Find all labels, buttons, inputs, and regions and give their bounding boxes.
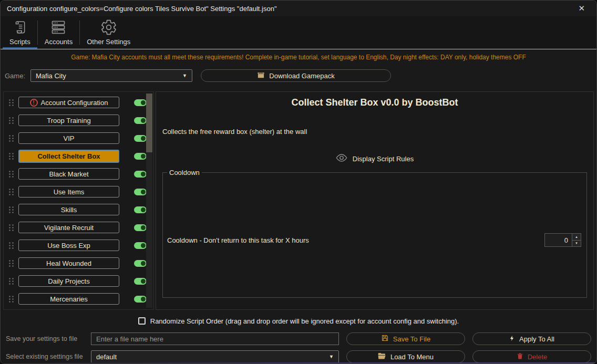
apply-to-all-button[interactable]: Apply To All [472, 332, 591, 345]
floppy-icon [381, 334, 389, 344]
script-toggle[interactable] [134, 296, 147, 303]
cooldown-label: Cooldown - Don't return to this task for… [167, 236, 309, 244]
window-title: Configuration configure_colors=Configure… [7, 5, 277, 13]
script-button[interactable]: ! Mercenaries [18, 293, 119, 305]
cooldown-row: Cooldown - Don't return to this task for… [167, 233, 581, 247]
script-label: Collect Shelter Box [37, 152, 100, 160]
script-label: Vigilante Recruit [44, 224, 94, 232]
script-button[interactable]: ! VIP [18, 132, 119, 144]
drag-handle-icon[interactable] [4, 170, 18, 178]
cooldown-hours-input[interactable] [544, 233, 572, 247]
script-label: Black Market [49, 170, 88, 178]
script-toggle[interactable] [134, 278, 147, 285]
script-button[interactable]: ! Black Market [18, 168, 119, 180]
script-toggle[interactable] [134, 206, 147, 213]
script-toggle[interactable] [134, 242, 147, 249]
scroll-icon [13, 19, 27, 36]
script-button[interactable]: ! Daily Projects [18, 275, 119, 287]
script-rows: ! Account Configuration ! Troop Training [4, 93, 153, 308]
drag-handle-icon[interactable] [4, 206, 18, 214]
drag-handle-icon[interactable] [4, 188, 18, 196]
script-row: ! VIP [4, 129, 153, 147]
randomize-row: Randomize Script Order (drag and drop or… [1, 314, 596, 328]
close-icon[interactable]: ✕ [573, 4, 590, 13]
script-description: Collects the free reward box (shelter) a… [162, 128, 587, 136]
load-row: Select existing settings file default ▼ … [6, 350, 591, 363]
game-select[interactable]: Mafia City ▼ [30, 69, 192, 82]
display-script-rules-label: Display Script Rules [353, 155, 414, 163]
randomize-label: Randomize Script Order (drag and drop or… [150, 317, 459, 325]
script-toggle[interactable] [134, 117, 147, 124]
tab-label: Accounts [45, 38, 73, 46]
load-to-menu-button[interactable]: Load To Menu [346, 350, 465, 363]
script-button[interactable]: ! Use Items [18, 186, 119, 197]
script-toggle[interactable] [134, 189, 147, 195]
script-row: ! Account Configuration [4, 93, 153, 111]
delete-label: Delete [528, 353, 548, 361]
warning-icon: ! [30, 99, 38, 107]
file-name-input[interactable] [91, 332, 339, 345]
script-button[interactable]: ! Troop Training [18, 115, 119, 126]
script-label: VIP [64, 134, 75, 142]
script-button[interactable]: ! Vigilante Recruit [18, 222, 119, 233]
save-settings-label: Save your settings to file [6, 335, 84, 342]
script-row: ! Use Items [4, 183, 153, 201]
settings-file-select[interactable]: default ▼ [91, 350, 339, 363]
script-row: ! Mercenaries [4, 290, 153, 308]
spin-down-button[interactable]: ▼ [572, 240, 581, 247]
script-button[interactable]: ! Account Configuration [18, 97, 119, 108]
drag-handle-icon[interactable] [4, 259, 18, 267]
script-button[interactable]: ! Collect Shelter Box [18, 150, 119, 163]
script-toggle[interactable] [134, 135, 147, 142]
save-to-file-button[interactable]: Save To File [346, 332, 465, 345]
display-script-rules-button[interactable]: Display Script Rules [162, 153, 587, 164]
script-toggle[interactable] [134, 99, 147, 106]
script-detail-panel: Collect Shelter Box v0.0 by BoostBot Col… [156, 91, 594, 310]
script-row: ! Troop Training [4, 111, 153, 129]
main-area: ! Account Configuration ! Troop Training [3, 91, 594, 310]
delete-button[interactable]: Delete [472, 350, 591, 363]
spin-buttons: ▲ ▼ [572, 233, 581, 247]
cooldown-spinbox: ▲ ▼ [544, 233, 581, 247]
title-bar: Configuration configure_colors=Configure… [1, 1, 596, 16]
drag-handle-icon[interactable] [4, 99, 18, 107]
eye-icon [336, 153, 347, 164]
script-row: ! Vigilante Recruit [4, 219, 153, 236]
script-button[interactable]: ! Heal Wounded [18, 257, 119, 269]
script-toggle[interactable] [134, 224, 147, 231]
tab-accounts[interactable]: Accounts [38, 16, 79, 49]
drag-handle-icon[interactable] [4, 295, 18, 303]
script-button[interactable]: ! Skills [18, 204, 119, 215]
script-toggle[interactable] [134, 260, 147, 267]
drag-handle-icon[interactable] [4, 277, 18, 285]
game-label: Game: [5, 72, 25, 80]
drag-handle-icon[interactable] [4, 242, 18, 249]
script-label: Skills [61, 206, 77, 214]
script-label: Troop Training [47, 117, 90, 124]
drag-handle-icon[interactable] [4, 117, 18, 124]
footer: Save your settings to file Save To File … [1, 328, 596, 363]
game-select-value: Mafia City [36, 72, 66, 80]
apply-to-all-label: Apply To All [519, 335, 554, 343]
game-row: Game: Mafia City ▼ Download Gamepack [1, 65, 596, 86]
tab-scripts[interactable]: Scripts [3, 16, 37, 49]
drag-handle-icon[interactable] [4, 224, 18, 232]
tab-bar: Scripts Accounts [1, 16, 596, 49]
randomize-checkbox[interactable] [138, 317, 146, 325]
script-button[interactable]: ! Use Boss Exp [18, 240, 119, 251]
scrollbar-thumb[interactable] [146, 93, 152, 152]
spin-up-button[interactable]: ▲ [572, 234, 581, 240]
drag-handle-icon[interactable] [4, 152, 18, 160]
script-row: ! Daily Projects [4, 272, 153, 290]
script-row: ! Skills [4, 201, 153, 219]
tab-other-settings[interactable]: Other Settings [80, 16, 137, 49]
script-list-scrollbar[interactable] [146, 93, 152, 308]
drag-handle-icon[interactable] [4, 134, 18, 142]
script-toggle[interactable] [134, 171, 147, 178]
save-row: Save your settings to file Save To File … [6, 332, 591, 345]
script-toggle[interactable] [134, 153, 147, 160]
gear-icon [100, 19, 117, 36]
chevron-down-icon: ▼ [182, 73, 187, 78]
cooldown-group: Cooldown Cooldown - Don't return to this… [162, 169, 587, 298]
download-gamepack-button[interactable]: Download Gamepack [201, 69, 391, 82]
